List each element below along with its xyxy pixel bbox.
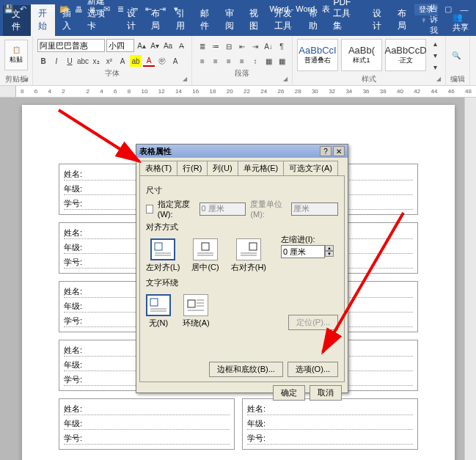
show-marks-icon[interactable]: ¶ (276, 40, 288, 52)
open-icon[interactable]: 📂 (59, 4, 70, 15)
border-icon[interactable]: A (169, 55, 181, 67)
tab-new[interactable]: 新建选项卡 (80, 0, 120, 36)
align-center-option[interactable]: 居中(C) (191, 238, 219, 273)
indent-dec-icon[interactable]: ⇤ (142, 4, 154, 15)
bullets-icon[interactable]: ≣ (114, 4, 126, 15)
multilevel-icon[interactable]: ⊟ (223, 40, 235, 52)
dlg-tab-row[interactable]: 行(R) (177, 161, 208, 175)
options-button[interactable]: 选项(O)... (288, 362, 338, 377)
numbering-icon[interactable]: ≔ (210, 40, 221, 52)
launcher-icon[interactable]: ◢ (23, 76, 31, 83)
mail-icon[interactable]: ✉ (100, 4, 112, 15)
help-icon[interactable]: ? (320, 146, 332, 156)
styles-more-icon[interactable]: ▾ (429, 61, 441, 73)
sort-icon[interactable]: A↓ (263, 40, 274, 52)
tab-table-layout[interactable]: 布局 (390, 4, 415, 36)
position-button: 定位(P)... (288, 315, 338, 330)
style-item[interactable]: AaBb(样式1 (341, 39, 382, 71)
dlg-tab-column[interactable]: 列(U) (207, 161, 238, 175)
dialog-titlebar[interactable]: 表格属性 ? ✕ (136, 145, 348, 158)
align-right-icon[interactable]: ≡ (223, 55, 235, 67)
tab-pdf[interactable]: PDF工具集 (326, 0, 365, 36)
launcher-icon[interactable]: ◢ (436, 76, 444, 83)
dlg-tab-table[interactable]: 表格(T) (139, 161, 177, 175)
font-name-select[interactable] (37, 39, 105, 52)
table-properties-dialog: 表格属性 ? ✕ 表格(T) 行(R) 列(U) 单元格(E) 可选文字(A) … (136, 144, 348, 393)
width-input[interactable]: 0 厘米 (199, 202, 246, 216)
table-cell-card[interactable]: 姓名:年级:学号: (242, 398, 418, 450)
specify-width-checkbox[interactable] (146, 205, 153, 213)
change-case-icon[interactable]: Aa (162, 40, 174, 51)
line-spacing-icon[interactable]: ↕ (249, 55, 261, 67)
tab-table-design[interactable]: 设计 (365, 4, 390, 36)
wrap-none-option[interactable]: 无(N) (146, 294, 171, 329)
italic-button[interactable]: I (51, 55, 62, 67)
text-effects-icon[interactable]: A (117, 55, 128, 67)
redo-icon[interactable]: ↷ (31, 4, 43, 15)
grow-font-icon[interactable]: A▴ (136, 40, 147, 51)
dlg-tab-cell[interactable]: 单元格(E) (238, 161, 285, 175)
phonetic-icon[interactable]: ㊥ (156, 55, 168, 67)
launcher-icon[interactable]: ◢ (183, 76, 190, 83)
print-icon[interactable]: 🖶 (73, 4, 84, 15)
tab-developer[interactable]: 开发工具 (267, 4, 301, 36)
cancel-button[interactable]: 取消 (310, 385, 342, 401)
tell-me-search[interactable]: ♀告诉我 (414, 3, 445, 36)
undo-icon[interactable]: ↶ (17, 4, 29, 15)
indent-input[interactable]: 0 厘米 (281, 245, 325, 258)
justify-icon[interactable]: ≡ (236, 55, 248, 67)
find-icon[interactable]: 🔍 (450, 49, 462, 61)
indent-label: 左缩进(I): (281, 234, 334, 245)
indent-inc-icon[interactable]: ⇥ (249, 40, 261, 52)
paste-button[interactable]: 📋 粘贴 (4, 40, 28, 70)
minimize-icon[interactable]: — (458, 4, 470, 15)
wrap-around-option[interactable]: 环绕(A) (183, 294, 210, 329)
dialog-title: 表格属性 (139, 146, 318, 157)
highlight-icon[interactable]: ab (130, 55, 142, 67)
tab-help[interactable]: 帮助 (301, 4, 326, 36)
align-left-option[interactable]: 左对齐(L) (146, 238, 180, 273)
numbering-icon[interactable]: ≔ (128, 4, 140, 15)
styles-down-icon[interactable]: ▾ (429, 49, 441, 61)
style-item[interactable]: AaBbCcD·正文 (385, 39, 426, 71)
wrap-label: 文字环绕 (146, 277, 338, 288)
vertical-scrollbar[interactable] (464, 98, 476, 460)
spin-up-icon[interactable]: ▲ (325, 245, 334, 251)
close-icon[interactable]: ✕ (333, 146, 345, 156)
clear-format-icon[interactable]: A̶ (175, 40, 187, 51)
font-size-select[interactable] (106, 39, 134, 52)
new-icon[interactable]: ▭ (45, 4, 56, 15)
ok-button[interactable]: 确定 (273, 385, 305, 401)
more-icon[interactable]: ▾ (170, 4, 182, 15)
superscript-button[interactable]: x² (103, 55, 115, 67)
indent-dec-icon[interactable]: ⇤ (236, 40, 248, 52)
strike-button[interactable]: abc (77, 55, 89, 67)
borders-icon[interactable]: ▦ (276, 55, 288, 67)
tab-review[interactable]: 审阅 (218, 4, 243, 36)
bullets-icon[interactable]: ≣ (197, 40, 208, 52)
align-right-option[interactable]: 右对齐(H) (231, 238, 266, 273)
launcher-icon[interactable]: ◢ (283, 76, 290, 83)
subscript-button[interactable]: x₂ (90, 55, 102, 67)
shrink-font-icon[interactable]: A▾ (149, 40, 161, 51)
style-item[interactable]: AaBbCcI普通叠右 (297, 39, 338, 71)
dlg-tab-alttext[interactable]: 可选文字(A) (283, 161, 338, 175)
save-icon[interactable]: 💾 (3, 4, 15, 15)
spin-down-icon[interactable]: ▼ (325, 251, 334, 257)
tab-view[interactable]: 视图 (242, 4, 267, 36)
indent-inc-icon[interactable]: ⇥ (156, 4, 168, 15)
border-shading-button[interactable]: 边框和底纹(B)... (209, 362, 283, 377)
table-cell-card[interactable]: 姓名:年级:学号: (59, 398, 235, 450)
underline-button[interactable]: U (64, 55, 76, 67)
align-left-icon[interactable]: ≡ (197, 55, 208, 67)
styles-up-icon[interactable]: ▴ (429, 37, 441, 49)
group-label: 字体 (37, 67, 187, 79)
shading-icon[interactable]: ▦ (263, 55, 274, 67)
horizontal-ruler[interactable]: 8642246810121416182022242628303234363840… (0, 86, 476, 98)
tab-mailings[interactable]: 邮件 (193, 4, 218, 36)
align-center-icon[interactable]: ≡ (210, 55, 221, 67)
preview-icon[interactable]: 🗎 (87, 4, 98, 15)
unit-select[interactable]: 厘米 (291, 202, 338, 216)
font-color-icon[interactable]: A (143, 55, 155, 67)
bold-button[interactable]: B (37, 55, 49, 67)
